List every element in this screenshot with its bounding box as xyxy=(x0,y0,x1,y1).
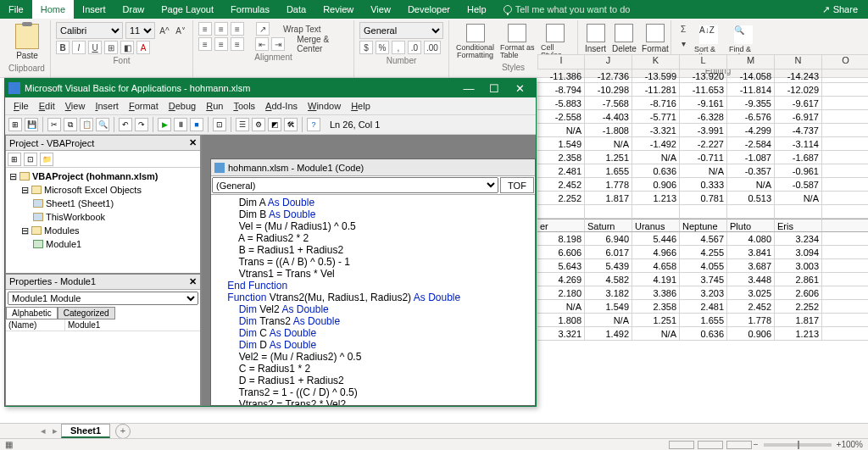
data-cell[interactable]: 3.025 xyxy=(727,286,775,300)
data-cell[interactable]: 4.269 xyxy=(537,273,585,286)
data-cell[interactable]: 3.094 xyxy=(775,246,822,259)
data-cell[interactable] xyxy=(822,286,868,300)
fill-color-button[interactable]: ◧ xyxy=(120,41,134,54)
bold-button[interactable]: B xyxy=(56,41,70,54)
align-center-icon[interactable]: ≡ xyxy=(214,37,228,51)
data-cell[interactable]: 1.492 xyxy=(585,327,632,341)
close-button[interactable]: ✕ xyxy=(507,79,532,97)
data-cell[interactable]: 5.643 xyxy=(537,259,585,273)
data-cell[interactable]: -1.687 xyxy=(775,151,822,164)
data-cell[interactable]: N/A xyxy=(727,178,775,192)
tb-view-icon[interactable]: ⊞ xyxy=(8,118,22,131)
view-layout-icon[interactable] xyxy=(698,441,723,449)
italic-button[interactable]: I xyxy=(72,41,86,54)
menu-edit[interactable]: Edit xyxy=(34,101,60,111)
menu-add-ins[interactable]: Add-Ins xyxy=(260,101,303,111)
align-left-icon[interactable]: ≡ xyxy=(198,37,212,51)
view-code-icon[interactable]: ⊞ xyxy=(8,153,21,166)
data-cell[interactable]: 8.198 xyxy=(537,232,585,246)
data-cell[interactable] xyxy=(822,178,868,192)
data-cell[interactable]: 1.549 xyxy=(537,137,585,151)
data-cell[interactable]: N/A xyxy=(585,137,632,151)
col-header[interactable]: O xyxy=(822,54,868,69)
data-cell[interactable]: 0.513 xyxy=(727,192,775,205)
tab-view[interactable]: View xyxy=(362,0,399,19)
data-cell[interactable]: 4.255 xyxy=(680,246,727,259)
tb-prop-icon[interactable]: ⚙ xyxy=(252,118,265,131)
tab-nav-next[interactable]: ▸ xyxy=(49,425,61,436)
tb-save-icon[interactable]: 💾 xyxy=(25,118,38,131)
data-cell[interactable]: 1.778 xyxy=(585,178,632,192)
data-cell[interactable]: 3.448 xyxy=(727,273,775,286)
data-cell[interactable]: -7.568 xyxy=(585,97,632,110)
data-cell[interactable]: -5.883 xyxy=(537,97,585,110)
data-cell[interactable]: -11.281 xyxy=(632,83,680,97)
props-object-select[interactable]: Module1 Module xyxy=(8,292,198,305)
data-cell[interactable]: 0.636 xyxy=(632,164,680,178)
data-cell[interactable] xyxy=(537,205,585,219)
data-cell[interactable]: -9.617 xyxy=(775,97,822,110)
border-button[interactable]: ⊞ xyxy=(104,41,118,54)
header-cell[interactable]: Saturn xyxy=(585,219,632,232)
props-close-icon[interactable]: ✕ xyxy=(189,276,197,287)
menu-debug[interactable]: Debug xyxy=(164,101,201,111)
tab-categorized[interactable]: Categorized xyxy=(58,307,115,319)
header-cell[interactable]: Pluto xyxy=(727,219,775,232)
object-dropdown[interactable]: (General) xyxy=(212,177,498,193)
format-button[interactable]: Format xyxy=(641,22,670,55)
code-editor[interactable]: Dim A As Double Dim B As Double Vel = (M… xyxy=(211,195,535,405)
view-break-icon[interactable] xyxy=(726,441,752,449)
data-cell[interactable]: 3.234 xyxy=(775,232,822,246)
data-cell[interactable]: 2.606 xyxy=(775,286,822,300)
header-cell[interactable]: Uranus xyxy=(632,219,680,232)
data-cell[interactable]: -4.403 xyxy=(585,110,632,124)
data-cell[interactable]: 5.439 xyxy=(585,259,632,273)
data-cell[interactable]: 1.808 xyxy=(537,314,585,327)
data-cell[interactable] xyxy=(822,164,868,178)
align-bottom-icon[interactable]: ≡ xyxy=(231,22,244,36)
data-cell[interactable]: 2.452 xyxy=(727,300,775,314)
vba-toolbar[interactable]: ⊞ 💾 ✂ ⧉ 📋 🔍 ↶ ↷ ▶ ⏸ ■ ⊡ ☰ ⚙ ◩ 🛠 ? Ln 26,… xyxy=(5,114,536,135)
tb-break-icon[interactable]: ⏸ xyxy=(174,118,187,131)
data-cell[interactable]: -8.716 xyxy=(632,97,680,110)
font-name[interactable]: Calibri xyxy=(56,22,123,39)
data-cell[interactable]: -11.653 xyxy=(680,83,727,97)
data-cell[interactable]: -9.355 xyxy=(727,97,775,110)
data-cell[interactable]: -13.920 xyxy=(680,69,727,83)
data-cell[interactable] xyxy=(822,97,868,110)
data-cell[interactable]: -2.584 xyxy=(727,137,775,151)
procedure-dropdown[interactable]: TOF xyxy=(500,177,534,193)
tab-file[interactable]: File xyxy=(0,0,32,19)
data-cell[interactable]: 2.861 xyxy=(775,273,822,286)
data-cell[interactable] xyxy=(822,205,868,219)
data-cell[interactable]: -11.814 xyxy=(727,83,775,97)
col-header[interactable]: J xyxy=(585,54,632,69)
data-cell[interactable]: -13.599 xyxy=(632,69,680,83)
data-cell[interactable] xyxy=(822,232,868,246)
data-cell[interactable]: -1.087 xyxy=(727,151,775,164)
data-cell[interactable]: 1.817 xyxy=(585,192,632,205)
data-cell[interactable]: 1.778 xyxy=(727,314,775,327)
data-cell[interactable]: -6.328 xyxy=(680,110,727,124)
orientation-icon[interactable]: ↗ xyxy=(256,22,270,36)
data-cell[interactable]: 1.251 xyxy=(632,314,680,327)
tb-design-icon[interactable]: ⊡ xyxy=(213,118,226,131)
data-cell[interactable] xyxy=(822,246,868,259)
data-cell[interactable]: -0.357 xyxy=(727,164,775,178)
align-right-icon[interactable]: ≡ xyxy=(231,37,244,51)
merge-button[interactable]: Merge & Center xyxy=(295,37,348,51)
tb-reset-icon[interactable]: ■ xyxy=(190,118,203,131)
data-cell[interactable]: 1.549 xyxy=(585,300,632,314)
data-cell[interactable] xyxy=(822,259,868,273)
data-cell[interactable]: 3.386 xyxy=(632,286,680,300)
minimize-button[interactable]: — xyxy=(456,79,481,97)
align-middle-icon[interactable]: ≡ xyxy=(214,22,228,36)
data-cell[interactable]: 1.655 xyxy=(585,164,632,178)
view-object-icon[interactable]: ⊡ xyxy=(24,153,37,166)
data-cell[interactable]: -14.243 xyxy=(775,69,822,83)
header-cell[interactable]: er xyxy=(537,219,585,232)
format-as-table-button[interactable]: Format as Table xyxy=(498,22,537,61)
tb-cut-icon[interactable]: ✂ xyxy=(47,118,61,131)
tab-developer[interactable]: Developer xyxy=(399,0,459,19)
data-cell[interactable]: 1.213 xyxy=(775,327,822,341)
